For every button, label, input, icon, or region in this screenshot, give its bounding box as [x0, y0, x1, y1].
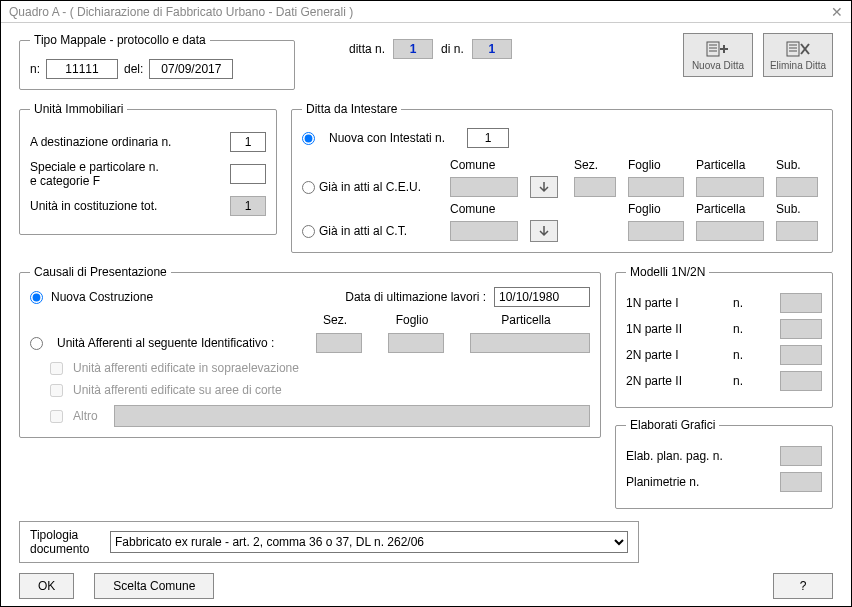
hdr-caus-foglio: Foglio	[384, 313, 440, 327]
radio-unita-afferenti[interactable]	[30, 337, 43, 350]
ok-button[interactable]: OK	[19, 573, 74, 599]
lbl-ct: Già in atti al C.T.	[319, 224, 407, 238]
hdr-foglio-1: Foglio	[628, 158, 688, 172]
input-nuova-intestati[interactable]	[467, 128, 509, 148]
val-1n-p2	[780, 319, 822, 339]
document-plus-icon	[705, 40, 731, 58]
legend-elaborati: Elaborati Grafici	[626, 418, 719, 432]
input-altro	[114, 405, 590, 427]
lbl-costituzione: Unità in costituzione tot.	[30, 199, 157, 213]
lbl-del: del:	[124, 62, 143, 76]
lbl-chk-altro: Altro	[73, 409, 98, 423]
lbl-elab-plan: Elab. plan. pag. n.	[626, 449, 746, 463]
lbl-dest-ord: A destinazione ordinaria n.	[30, 135, 171, 149]
caus-particella	[470, 333, 590, 353]
hdr-sub-1: Sub.	[776, 158, 822, 172]
fieldset-causali: Causali di Presentazione Nuova Costruzio…	[19, 265, 601, 438]
caus-sez	[316, 333, 362, 353]
help-button[interactable]: ?	[773, 573, 833, 599]
ct-sub	[776, 221, 818, 241]
lbl-2n-p1: 2N parte I	[626, 348, 706, 362]
lbl-ceu: Già in atti al C.E.U.	[319, 180, 421, 194]
val-2n-p2	[780, 371, 822, 391]
val-2n-p1	[780, 345, 822, 365]
ct-foglio	[628, 221, 684, 241]
legend-modelli: Modelli 1N/2N	[626, 265, 709, 279]
input-speciale[interactable]	[230, 164, 266, 184]
nuova-ditta-label: Nuova Ditta	[692, 60, 744, 71]
fieldset-ditta-intestare: Ditta da Intestare Nuova con Intestati n…	[291, 102, 833, 253]
val-ditta-n: 1	[393, 39, 433, 59]
fieldset-tipo-mappale: Tipo Mappale - protocollo e data n: del:	[19, 33, 295, 90]
lbl-nuova-costruzione: Nuova Costruzione	[51, 290, 153, 304]
val-planimetrie	[780, 472, 822, 492]
val-1n-p1	[780, 293, 822, 313]
caus-foglio	[388, 333, 444, 353]
hdr-sub-2: Sub.	[776, 202, 822, 216]
lbl-2n-p2: 2N parte II	[626, 374, 706, 388]
lbl-1n-p2: 1N parte II	[626, 322, 706, 336]
legend-unita-imm: Unità Immobiliari	[30, 102, 127, 116]
arrow-down-icon	[538, 181, 550, 193]
hdr-caus-particella: Particella	[466, 313, 586, 327]
select-tipologia[interactable]: Fabbricato ex rurale - art. 2, comma 36 …	[110, 531, 628, 553]
chk-corte	[50, 384, 63, 397]
elimina-ditta-label: Elimina Ditta	[770, 60, 826, 71]
hdr-particella-1: Particella	[696, 158, 768, 172]
input-data-ult[interactable]	[494, 287, 590, 307]
scelta-comune-button[interactable]: Scelta Comune	[94, 573, 214, 599]
document-delete-icon	[785, 40, 811, 58]
radio-nuova-costruzione[interactable]	[30, 291, 43, 304]
val-costituzione: 1	[230, 196, 266, 216]
lbl-data-ult: Data di ultimazione lavori :	[345, 290, 486, 304]
hdr-sez: Sez.	[574, 158, 620, 172]
lbl-tipologia: Tipologia documento	[30, 528, 100, 556]
val-elab-plan	[780, 446, 822, 466]
lbl-chk-sopra: Unità afferenti edificate in sopraelevaz…	[73, 361, 299, 375]
tipologia-row: Tipologia documento Fabbricato ex rurale…	[19, 521, 639, 563]
hdr-comune-2: Comune	[450, 202, 522, 216]
hdr-comune-1: Comune	[450, 158, 522, 172]
close-icon[interactable]: ✕	[831, 4, 843, 20]
ceu-sub	[776, 177, 818, 197]
svg-rect-6	[787, 42, 799, 56]
ct-comune	[450, 221, 518, 241]
hdr-caus-sez: Sez.	[312, 313, 358, 327]
radio-ct[interactable]	[302, 225, 315, 238]
lbl-planimetrie: Planimetrie n.	[626, 475, 746, 489]
chk-sopraelevazione	[50, 362, 63, 375]
lbl-speciale: Speciale e particolare n. e categorie F	[30, 160, 159, 188]
elimina-ditta-button[interactable]: Elimina Ditta	[763, 33, 833, 77]
legend-ditta-int: Ditta da Intestare	[302, 102, 401, 116]
ceu-comune	[450, 177, 518, 197]
ceu-lookup-button[interactable]	[530, 176, 558, 198]
arrow-down-icon	[538, 225, 550, 237]
hdr-particella-2: Particella	[696, 202, 768, 216]
svg-rect-0	[707, 42, 719, 56]
window-title: Quadro A - ( Dichiarazione di Fabbricato…	[9, 5, 353, 19]
hdr-foglio-2: Foglio	[628, 202, 688, 216]
radio-ceu[interactable]	[302, 181, 315, 194]
lbl-1n-p1: 1N parte I	[626, 296, 706, 310]
input-proto-n[interactable]	[46, 59, 118, 79]
input-dest-ord[interactable]	[230, 132, 266, 152]
radio-nuova-intestati[interactable]	[302, 132, 315, 145]
legend-tipo-mappale: Tipo Mappale - protocollo e data	[30, 33, 210, 47]
lbl-unita-afferenti: Unità Afferenti al seguente Identificati…	[57, 336, 274, 350]
ceu-particella	[696, 177, 764, 197]
lbl-nuova-intestati: Nuova con Intestati n.	[329, 131, 445, 145]
chk-altro	[50, 410, 63, 423]
ct-particella	[696, 221, 764, 241]
input-proto-date[interactable]	[149, 59, 233, 79]
fieldset-modelli: Modelli 1N/2N 1N parte In. 1N parte IIn.…	[615, 265, 833, 408]
ceu-sez	[574, 177, 616, 197]
fieldset-unita-immobiliari: Unità Immobiliari A destinazione ordinar…	[19, 102, 277, 235]
fieldset-elaborati: Elaborati Grafici Elab. plan. pag. n. Pl…	[615, 418, 833, 509]
lbl-chk-corte: Unità afferenti edificate su aree di cor…	[73, 383, 282, 397]
ct-lookup-button[interactable]	[530, 220, 558, 242]
val-di-n: 1	[472, 39, 512, 59]
lbl-di-n: di n.	[441, 42, 464, 56]
nuova-ditta-button[interactable]: Nuova Ditta	[683, 33, 753, 77]
titlebar: Quadro A - ( Dichiarazione di Fabbricato…	[1, 1, 851, 23]
lbl-ditta-n: ditta n.	[349, 42, 385, 56]
